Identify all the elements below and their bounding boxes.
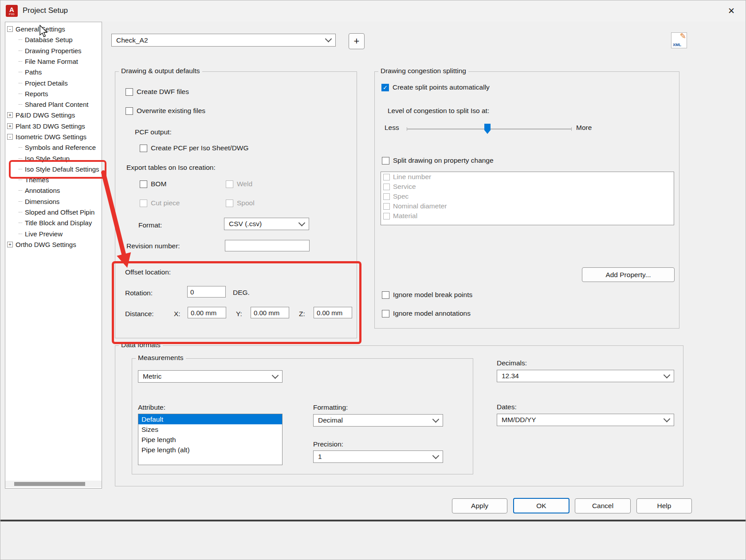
- tree-item-label: General Settings: [16, 25, 65, 33]
- attribute-listbox[interactable]: Default Sizes Pipe length Pipe length (a…: [138, 414, 283, 465]
- tree-item-live-preview[interactable]: Live Preview: [19, 229, 63, 239]
- export-xml-button[interactable]: ✎ XML: [671, 32, 687, 48]
- collapse-icon[interactable]: -: [7, 134, 13, 140]
- ok-button[interactable]: OK: [513, 498, 569, 513]
- property-label: Material: [393, 212, 417, 220]
- checkbox-label: Create DWF files: [137, 88, 189, 96]
- tree-item-ortho-dwg-settings[interactable]: +Ortho DWG Settings: [7, 239, 76, 249]
- checkbox[interactable]: [382, 157, 389, 164]
- tree-item-drawing-properties[interactable]: Drawing Properties: [19, 46, 82, 55]
- checkbox[interactable]: [382, 291, 389, 299]
- tree-item-annotations[interactable]: Annotations: [19, 185, 60, 195]
- tree-horizontal-scrollbar[interactable]: [5, 481, 102, 487]
- split-on-property-change-checkbox[interactable]: Split drawing on property change: [382, 157, 494, 164]
- export-tables-label: Export tables on Iso creation:: [126, 164, 216, 172]
- tree-item-label: Iso Style Default Settings: [25, 165, 99, 173]
- expand-icon[interactable]: +: [7, 123, 13, 129]
- tree-item-dimensions[interactable]: Dimensions: [19, 196, 59, 206]
- checkbox: [140, 200, 147, 207]
- tree-item-label: Ortho DWG Settings: [16, 241, 76, 248]
- tree-item-symbols-and-reference[interactable]: Symbols and Reference: [19, 142, 96, 152]
- ignore-annotations-checkbox[interactable]: Ignore model annotations: [382, 309, 471, 317]
- tree-item-shared-plant-content[interactable]: Shared Plant Content: [19, 99, 88, 109]
- xml-icon-label: XML: [673, 43, 681, 47]
- tree-item-iso-style-default-settings[interactable]: Iso Style Default Settings: [19, 164, 99, 174]
- rotation-input[interactable]: [187, 286, 226, 298]
- tree-item-isometric-dwg-settings[interactable]: -Isometric DWG Settings: [7, 132, 86, 141]
- tree-item-plant3d-dwg-settings[interactable]: +Plant 3D DWG Settings: [7, 121, 85, 131]
- property-label: Spec: [393, 192, 408, 200]
- add-property-button[interactable]: Add Property...: [582, 267, 675, 282]
- offset-location-label: Offset location:: [125, 268, 171, 276]
- data-formats-legend: Data formats: [119, 341, 163, 349]
- bom-checkbox[interactable]: BOM: [140, 180, 166, 188]
- checkbox-label: Split drawing on property change: [393, 157, 494, 164]
- tree-item-paths[interactable]: Paths: [19, 67, 42, 77]
- scrollbar-thumb[interactable]: [14, 482, 85, 486]
- formatting-select[interactable]: Decimal: [313, 414, 443, 427]
- create-split-points-checkbox[interactable]: Create split points automatically: [381, 83, 490, 91]
- tree-item-label: Drawing Properties: [25, 47, 82, 55]
- expand-icon[interactable]: +: [7, 112, 13, 118]
- checkbox-label: Create split points automatically: [393, 83, 490, 91]
- checkbox-checked[interactable]: [381, 84, 389, 91]
- distance-y-input[interactable]: [251, 307, 289, 318]
- create-dwf-checkbox[interactable]: Create DWF files: [126, 88, 189, 96]
- decimals-select[interactable]: 12.34: [497, 370, 674, 382]
- overwrite-existing-checkbox[interactable]: Overwrite existing files: [126, 107, 205, 115]
- tree-item-reports[interactable]: Reports: [19, 89, 48, 98]
- congestion-legend: Drawing congestion splitting: [378, 67, 468, 75]
- checkbox-label: Ignore model break points: [393, 291, 472, 299]
- format-value: CSV (.csv): [229, 220, 262, 228]
- checkbox[interactable]: [126, 107, 133, 115]
- decimals-value: 12.34: [502, 372, 519, 380]
- expand-icon[interactable]: +: [7, 242, 13, 247]
- chevron-down-icon: [432, 415, 440, 423]
- close-icon[interactable]: ✕: [728, 6, 735, 16]
- data-formats-group: Data formats Measurements Metric Attribu…: [115, 345, 683, 486]
- dates-select[interactable]: MM/DD/YY: [497, 414, 674, 426]
- congestion-slider-thumb[interactable]: [484, 124, 491, 134]
- checkbox-label: Weld: [237, 180, 252, 188]
- distance-x-input[interactable]: [188, 307, 226, 318]
- checkbox[interactable]: [126, 88, 133, 96]
- property-label: Service: [393, 183, 416, 191]
- tree-item-database-setup[interactable]: Database Setup: [19, 35, 73, 44]
- tree-item-label: Symbols and Reference: [25, 144, 96, 151]
- tree-item-pid-dwg-settings[interactable]: +P&ID DWG Settings: [7, 110, 75, 120]
- collapse-icon[interactable]: -: [7, 26, 13, 32]
- tree-item-iso-style-setup[interactable]: Iso Style Setup: [19, 153, 70, 163]
- property-item-service: Service: [381, 182, 674, 192]
- tree-item-sloped-offset-piping[interactable]: Sloped and Offset Pipin: [19, 207, 94, 217]
- checkbox: [383, 213, 390, 219]
- create-pcf-checkbox[interactable]: Create PCF per Iso Sheet/DWG: [140, 144, 249, 152]
- precision-select[interactable]: 1: [313, 450, 443, 463]
- measurements-select[interactable]: Metric: [138, 370, 283, 383]
- checkbox[interactable]: [140, 180, 147, 188]
- plant3d-app-icon: A P3D: [6, 5, 18, 17]
- deg-label: DEG.: [233, 289, 250, 297]
- apply-button[interactable]: Apply: [452, 498, 507, 513]
- attribute-item-pipe-length[interactable]: Pipe length: [138, 435, 282, 445]
- tree-item-title-block-display[interactable]: Title Block and Display: [19, 218, 92, 227]
- iso-style-select[interactable]: Check_A2: [111, 34, 336, 47]
- tree-item-general-settings[interactable]: -General Settings: [7, 24, 65, 34]
- distance-z-input[interactable]: [314, 307, 352, 318]
- cancel-button[interactable]: Cancel: [575, 498, 631, 513]
- ignore-break-points-checkbox[interactable]: Ignore model break points: [382, 291, 472, 299]
- split-properties-listbox[interactable]: Line number Service Spec Nominal diamete…: [381, 172, 674, 225]
- attribute-item-default[interactable]: Default: [138, 414, 282, 424]
- tree-item-themes[interactable]: Themes: [19, 175, 49, 184]
- checkbox: [383, 174, 390, 180]
- revision-number-input[interactable]: [225, 240, 310, 251]
- checkbox[interactable]: [382, 310, 389, 317]
- add-iso-style-button[interactable]: +: [349, 33, 365, 49]
- property-label: Nominal diameter: [393, 202, 447, 210]
- format-select[interactable]: CSV (.csv): [224, 218, 309, 230]
- attribute-item-sizes[interactable]: Sizes: [138, 424, 282, 435]
- tree-item-project-details[interactable]: Project Details: [19, 78, 68, 88]
- attribute-item-pipe-length-alt[interactable]: Pipe length (alt): [138, 445, 282, 455]
- help-button[interactable]: Help: [636, 498, 692, 513]
- checkbox[interactable]: [140, 145, 147, 152]
- tree-item-file-name-format[interactable]: File Name Format: [19, 56, 78, 66]
